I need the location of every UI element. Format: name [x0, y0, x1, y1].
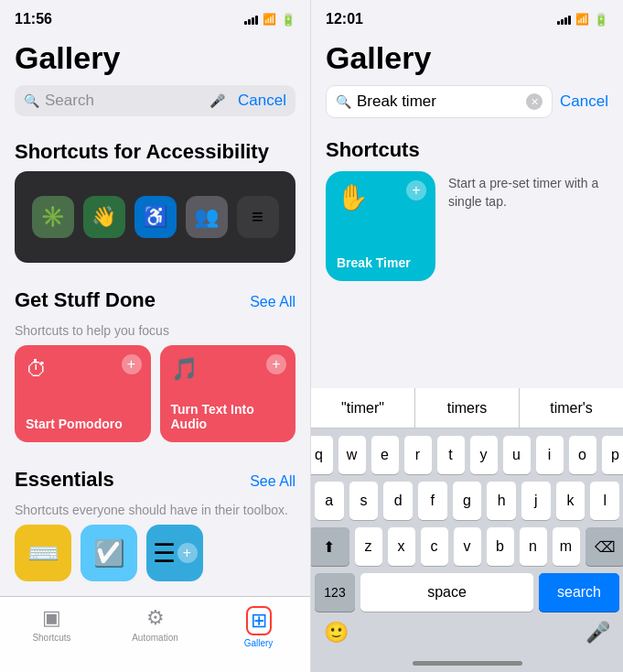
key-r[interactable]: r — [404, 436, 432, 474]
break-timer-card[interactable]: + ✋ Break Timer — [326, 171, 435, 281]
search-icon: 🔍 — [24, 93, 39, 108]
ess-card-2[interactable]: ☑️ — [81, 525, 137, 581]
automation-tab-icon: ⚙ — [146, 606, 165, 630]
key-v[interactable]: v — [454, 527, 481, 566]
essentials-see-all[interactable]: See All — [250, 473, 295, 490]
key-k[interactable]: k — [556, 482, 585, 520]
gallery-tab-icon: ⊞ — [251, 609, 267, 632]
key-z[interactable]: z — [355, 527, 382, 566]
acc-icon-5: ≡ — [237, 196, 279, 238]
tab-automation[interactable]: ⚙ Automation — [103, 606, 207, 643]
key-x[interactable]: x — [388, 527, 415, 566]
acc-icon-4: 👥 — [186, 196, 228, 238]
add-break-timer-button[interactable]: + — [406, 180, 426, 201]
right-search-input[interactable]: Break timer — [357, 92, 521, 111]
right-search-row: 🔍 Break timer ✕ Cancel — [326, 85, 608, 118]
keyboard: "timer" timers timer's q w e r t y u i o… — [311, 388, 623, 672]
shift-key[interactable]: ⬆ — [311, 527, 349, 566]
keyboard-row-1: q w e r t y u i o p — [315, 436, 619, 474]
keyboard-rows: q w e r t y u i o p a s d f g h j k — [311, 428, 623, 569]
key-e[interactable]: e — [371, 436, 399, 474]
key-n[interactable]: n — [520, 527, 547, 566]
suggestion-1[interactable]: "timer" — [311, 388, 415, 428]
get-stuff-done-cards: + ⏱ Start Pomodoro + 🎵 Turn Text Into Au… — [15, 345, 295, 442]
clear-search-button[interactable]: ✕ — [526, 93, 542, 110]
tab-bar: ▣ Shortcuts ⚙ Automation ⊞ Gallery — [0, 596, 310, 672]
left-status-bar: 11:56 📶 🔋 — [0, 0, 310, 33]
key-i[interactable]: i — [536, 436, 564, 474]
tab-gallery[interactable]: ⊞ Gallery — [207, 606, 310, 648]
left-cancel-button[interactable]: Cancel — [238, 92, 286, 110]
key-m[interactable]: m — [553, 527, 580, 566]
key-p[interactable]: p — [602, 436, 624, 474]
automation-tab-label: Automation — [132, 633, 178, 643]
home-bar — [413, 661, 522, 666]
get-stuff-done-subtext: Shortcuts to help you focus — [15, 323, 295, 338]
key-c[interactable]: c — [421, 527, 448, 566]
key-q[interactable]: q — [311, 436, 333, 474]
key-u[interactable]: u — [503, 436, 531, 474]
result-card-row: + ✋ Break Timer Start a pre-set timer wi… — [326, 171, 608, 281]
get-stuff-done-header-row: Get Stuff Done See All — [15, 276, 295, 320]
search-key[interactable]: search — [539, 573, 619, 612]
key-g[interactable]: g — [453, 482, 482, 520]
key-w[interactable]: w — [338, 436, 366, 474]
right-cancel-button[interactable]: Cancel — [560, 92, 608, 111]
left-phone: 11:56 📶 🔋 Gallery 🔍 Search 🎤 Cancel Shor… — [0, 0, 311, 672]
ess-card-1[interactable]: ⌨️ — [15, 525, 71, 581]
break-timer-description: Start a pre-set timer with a single tap. — [448, 171, 608, 211]
suggestion-2[interactable]: timers — [415, 388, 520, 428]
emoji-icon[interactable]: 🙂 — [324, 621, 349, 645]
gallery-tab-label: Gallery — [244, 638, 274, 648]
keyboard-row-2: a s d f g h j k l — [315, 482, 619, 520]
add-ess-button[interactable]: + — [177, 543, 198, 563]
right-phone: 12:01 📶 🔋 Gallery 🔍 Break timer ✕ Cancel… — [311, 0, 623, 672]
emoji-mic-bar: 🙂 🎤 — [311, 617, 623, 654]
home-indicator — [311, 654, 623, 672]
key-s[interactable]: s — [349, 482, 379, 520]
right-mic-icon[interactable]: 🎤 — [585, 621, 610, 645]
essentials-subtext: Shortcuts everyone should have in their … — [15, 503, 295, 517]
suggestion-3[interactable]: timer's — [520, 388, 623, 428]
essentials-header-row: Essentials See All — [15, 455, 295, 499]
key-h[interactable]: h — [487, 482, 516, 520]
acc-icon-2: 👋 — [83, 196, 125, 238]
tab-shortcuts[interactable]: ▣ Shortcuts — [0, 606, 103, 643]
right-scroll-content: Shortcuts + ✋ Break Timer Start a pre-se… — [311, 129, 623, 388]
left-page-title: Gallery — [0, 33, 310, 85]
key-a[interactable]: a — [315, 482, 344, 520]
acc-icon-3: ♿ — [134, 196, 177, 238]
key-y[interactable]: y — [470, 436, 498, 474]
space-key[interactable]: space — [360, 573, 533, 612]
right-status-icons: 📶 🔋 — [557, 13, 608, 27]
break-timer-title: Break Timer — [337, 255, 424, 270]
left-search-bar[interactable]: 🔍 Search 🎤 Cancel — [15, 85, 295, 116]
key-d[interactable]: d — [383, 482, 413, 520]
key-l[interactable]: l — [590, 482, 619, 520]
get-stuff-done-see-all[interactable]: See All — [250, 294, 295, 310]
keyboard-row-3: ⬆ z x c v b n m ⌫ — [315, 527, 619, 566]
acc-icon-1: ✳️ — [32, 196, 74, 238]
keyboard-suggestions: "timer" timers timer's — [311, 388, 623, 428]
left-search-input[interactable]: Search — [45, 92, 204, 110]
num-key[interactable]: 123 — [315, 573, 355, 612]
ess-card-3[interactable]: ☰ + — [146, 525, 203, 581]
shortcuts-tab-icon: ▣ — [42, 606, 61, 630]
add-pomodoro-button[interactable]: + — [122, 354, 142, 374]
audio-title: Turn Text Into Audio — [171, 402, 285, 431]
key-f[interactable]: f — [418, 482, 447, 520]
essentials-header: Essentials — [15, 468, 114, 492]
key-b[interactable]: b — [487, 527, 514, 566]
right-search-bar[interactable]: 🔍 Break timer ✕ — [326, 85, 553, 118]
delete-key[interactable]: ⌫ — [585, 527, 624, 566]
signal-icon — [244, 14, 258, 25]
text-audio-card[interactable]: + 🎵 Turn Text Into Audio — [160, 345, 296, 442]
right-status-bar: 12:01 📶 🔋 — [311, 0, 623, 33]
key-t[interactable]: t — [437, 436, 465, 474]
add-audio-button[interactable]: + — [266, 354, 286, 374]
start-pomodoro-card[interactable]: + ⏱ Start Pomodoro — [15, 345, 151, 442]
right-wifi-icon: 📶 — [575, 13, 589, 26]
get-stuff-done-header: Get Stuff Done — [15, 288, 156, 312]
key-j[interactable]: j — [521, 482, 551, 520]
key-o[interactable]: o — [569, 436, 596, 474]
